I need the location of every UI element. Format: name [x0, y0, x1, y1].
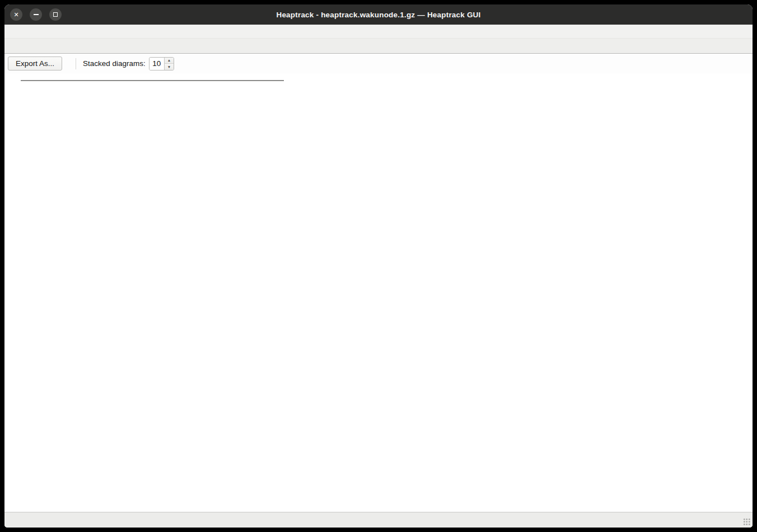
- minimize-icon: [34, 14, 39, 15]
- window-controls: ✕: [10, 4, 62, 25]
- stacked-diagrams-spinbox[interactable]: 10 ▲ ▼: [149, 57, 174, 70]
- toolbar: Export As... Stacked diagrams: 10 ▲ ▼: [4, 54, 753, 73]
- spin-up-button[interactable]: ▲: [165, 58, 174, 64]
- stacked-diagrams-value[interactable]: 10: [149, 58, 164, 70]
- spin-buttons: ▲ ▼: [164, 58, 174, 70]
- toolbar-separator: [76, 58, 76, 69]
- menu-bar: [4, 25, 753, 39]
- stacked-diagrams-label: Stacked diagrams:: [83, 59, 146, 68]
- maximize-icon: [53, 12, 58, 17]
- spin-down-button[interactable]: ▼: [165, 64, 174, 70]
- maximize-button[interactable]: [49, 8, 62, 21]
- export-as-button[interactable]: Export As...: [8, 57, 62, 70]
- close-button[interactable]: ✕: [10, 8, 22, 21]
- consumption-chart: [4, 73, 753, 512]
- window-title: Heaptrack - heaptrack.wakunode.1.gz — He…: [276, 11, 480, 19]
- minimize-button[interactable]: [30, 8, 42, 21]
- desktop-frame: ✕ Heaptrack - heaptrack.wakunode.1.gz — …: [0, 0, 757, 532]
- chart-panel: [4, 73, 753, 512]
- resize-grip[interactable]: [743, 518, 750, 525]
- application-window: ✕ Heaptrack - heaptrack.wakunode.1.gz — …: [4, 4, 753, 528]
- title-bar[interactable]: ✕ Heaptrack - heaptrack.wakunode.1.gz — …: [4, 4, 753, 25]
- close-icon: ✕: [13, 12, 18, 18]
- tab-bar: [4, 39, 753, 54]
- chart-legend: [21, 80, 284, 81]
- status-bar: [4, 512, 753, 528]
